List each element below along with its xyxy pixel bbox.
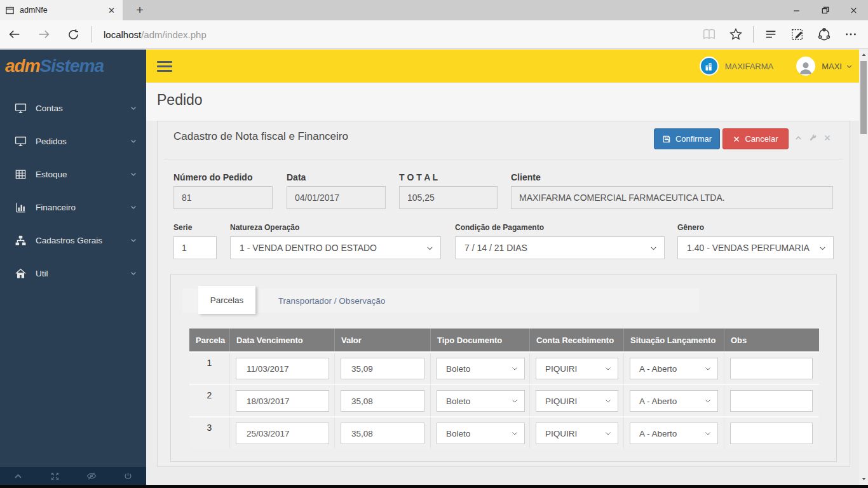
chevron-down-icon xyxy=(130,170,137,178)
panel-title: Cadastro de Nota fiscal e Financeiro xyxy=(173,130,348,143)
close-button[interactable] xyxy=(839,0,868,20)
obs-input[interactable] xyxy=(730,358,813,379)
condicao-pagamento-select[interactable]: 7 / 14 / 21 DIAS xyxy=(455,236,665,259)
cancelar-button[interactable]: Cancelar xyxy=(722,128,789,149)
chevron-down-icon xyxy=(130,203,137,211)
chevron-down-icon xyxy=(604,365,612,372)
situacao-lancamento-select[interactable]: A - Aberto xyxy=(630,390,718,412)
tipo-documento-select[interactable]: Boleto xyxy=(437,358,525,379)
tipo-documento-select[interactable]: Boleto xyxy=(437,423,525,444)
data-field[interactable] xyxy=(287,186,386,209)
cancelar-label: Cancelar xyxy=(745,134,778,144)
data-vencimento-input[interactable] xyxy=(236,390,329,412)
data-vencimento-input[interactable] xyxy=(236,358,329,379)
obs-input[interactable] xyxy=(730,423,813,444)
hub-icon[interactable] xyxy=(757,20,784,49)
sidebar-item-financeiro[interactable]: Financeiro xyxy=(0,191,146,224)
divider xyxy=(164,159,843,159)
close-panel-icon[interactable] xyxy=(824,134,831,142)
chevron-down-icon[interactable] xyxy=(846,63,853,70)
chevron-down-icon xyxy=(511,365,519,372)
tab-transportador-observacao[interactable]: Transportador / Observação xyxy=(268,288,395,313)
tipo-documento-value: Boleto xyxy=(446,429,470,438)
sidebar: admSistema Contas Pedidos Estoque xyxy=(0,50,146,485)
natureza-operacao-select[interactable]: 1 - VENDA DENTRO DO ESTADO xyxy=(230,236,441,259)
conta-recebimento-select[interactable]: PIQUIRI xyxy=(536,390,618,412)
valor-input[interactable] xyxy=(341,390,424,412)
taskbar-strip xyxy=(0,485,868,488)
sidebar-item-estoque[interactable]: Estoque xyxy=(0,158,146,191)
situacao-value: A - Aberto xyxy=(639,396,677,406)
wrench-icon[interactable] xyxy=(809,134,817,142)
serie-field[interactable] xyxy=(173,236,217,259)
chevron-down-icon xyxy=(649,244,658,252)
genero-select[interactable]: 1.40 - VENDAS PERFUMARIA xyxy=(677,236,834,259)
company-icon[interactable] xyxy=(700,57,719,76)
total-field[interactable] xyxy=(399,186,498,209)
conta-recebimento-value: PIQUIRI xyxy=(545,364,577,374)
table-row: 1 Boleto PIQUIRI A - Aberto xyxy=(189,351,819,384)
web-note-icon[interactable] xyxy=(784,20,811,49)
tab-title: admNfe xyxy=(20,6,100,15)
valor-input[interactable] xyxy=(341,358,424,379)
scroll-down-arrow[interactable] xyxy=(859,473,868,484)
forward-button[interactable] xyxy=(29,20,58,49)
tipo-documento-select[interactable]: Boleto xyxy=(437,390,525,412)
page-icon xyxy=(5,6,15,15)
table-row: 3 Boleto PIQUIRI A - Aberto xyxy=(189,416,819,449)
data-vencimento-input[interactable] xyxy=(236,423,329,444)
condicao-pagamento-value: 7 / 14 / 21 DIAS xyxy=(465,243,527,253)
conta-recebimento-select[interactable]: PIQUIRI xyxy=(536,358,618,379)
conta-recebimento-select[interactable]: PIQUIRI xyxy=(536,423,618,444)
chevron-down-icon xyxy=(511,430,519,437)
reading-view-icon[interactable] xyxy=(696,20,722,49)
obs-input[interactable] xyxy=(730,390,813,412)
back-button[interactable] xyxy=(0,20,29,49)
situacao-lancamento-select[interactable]: A - Aberto xyxy=(630,423,718,444)
avatar[interactable] xyxy=(796,57,815,76)
chevron-down-icon xyxy=(604,430,612,437)
collapse-icon[interactable] xyxy=(794,134,803,142)
serie-label: Serie xyxy=(173,223,192,232)
sidebar-item-contas[interactable]: Contas xyxy=(0,92,146,125)
valor-input[interactable] xyxy=(341,423,424,444)
sidebar-item-cadastros-gerais[interactable]: Cadastros Gerais xyxy=(0,224,146,257)
chevron-down-icon xyxy=(511,397,519,405)
menu-toggle-icon[interactable] xyxy=(157,58,172,74)
chevron-down-icon xyxy=(130,269,137,277)
scrollbar-thumb[interactable] xyxy=(860,61,867,134)
chevron-down-icon xyxy=(704,397,712,405)
browser-tab[interactable]: admNfe ✕ xyxy=(0,0,123,20)
tab-close-icon[interactable]: ✕ xyxy=(105,6,118,15)
fullscreen-icon[interactable] xyxy=(37,467,74,485)
refresh-icon[interactable] xyxy=(58,20,88,49)
confirmar-button[interactable]: Confirmar xyxy=(654,128,720,149)
conta-recebimento-value: PIQUIRI xyxy=(545,429,577,438)
favorites-star-icon[interactable] xyxy=(722,20,749,49)
page-scrollbar[interactable] xyxy=(859,50,868,485)
cliente-label: Cliente xyxy=(511,172,541,182)
more-options-icon[interactable] xyxy=(837,20,864,49)
new-tab-button[interactable]: + xyxy=(129,0,151,20)
collapse-up-icon[interactable] xyxy=(0,467,37,485)
url-field[interactable]: localhost/adm/index.php xyxy=(104,29,696,40)
user-menu[interactable]: MAXI xyxy=(822,62,842,71)
genero-value: 1.40 - VENDAS PERFUMARIA xyxy=(687,243,810,253)
header-valor: Valor xyxy=(335,329,431,351)
sidebar-item-util[interactable]: Util xyxy=(0,257,146,290)
chevron-down-icon xyxy=(818,244,827,252)
tab-strip xyxy=(182,288,699,313)
restore-button[interactable] xyxy=(811,0,839,20)
power-icon[interactable] xyxy=(110,467,147,485)
tab-parcelas[interactable]: Parcelas xyxy=(198,286,255,314)
eye-slash-icon[interactable] xyxy=(73,467,110,485)
parcelas-table: Parcela Data Vencimento Valor Tipo Docum… xyxy=(189,329,819,449)
situacao-lancamento-select[interactable]: A - Aberto xyxy=(630,358,718,379)
cliente-field[interactable] xyxy=(511,186,833,209)
minimize-button[interactable] xyxy=(782,0,811,20)
sidebar-item-pedidos[interactable]: Pedidos xyxy=(0,125,146,158)
chevron-down-icon xyxy=(604,397,612,405)
scroll-up-arrow[interactable] xyxy=(859,50,868,60)
share-icon[interactable] xyxy=(811,20,837,49)
numero-pedido-field[interactable] xyxy=(173,186,273,209)
